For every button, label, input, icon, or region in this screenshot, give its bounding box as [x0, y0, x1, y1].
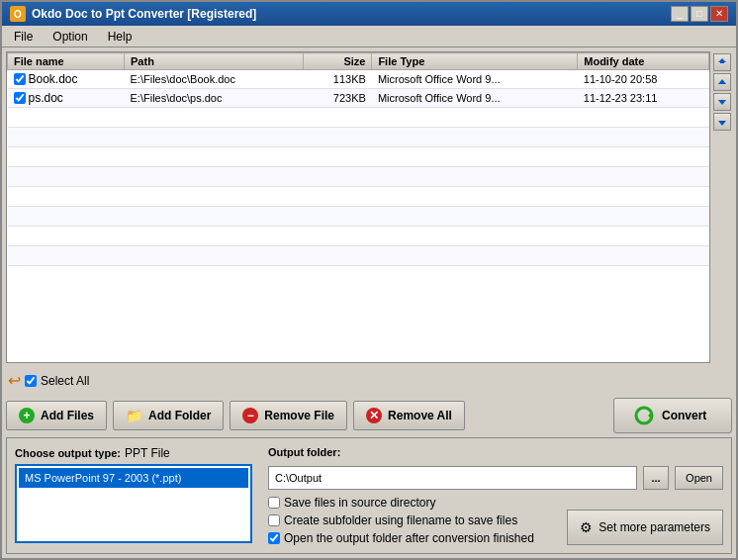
row1-checkbox[interactable] [14, 73, 26, 85]
add-files-button[interactable]: + Add Files [6, 401, 107, 430]
create-subfolder-checkbox[interactable] [268, 514, 280, 526]
app-icon: O [10, 6, 26, 22]
svg-rect-0 [720, 62, 724, 63]
option-open-after[interactable]: Open the output folder after conversion … [268, 531, 559, 545]
row2-name: ps.doc [8, 89, 125, 108]
gear-icon: ⚙ [580, 519, 593, 535]
maximize-button[interactable]: □ [691, 6, 708, 22]
row1-size: 113KB [304, 70, 372, 89]
add-files-icon: + [19, 408, 35, 423]
output-folder-row: ... Open [268, 466, 723, 490]
main-content: File name Path Size File Type Modify dat… [2, 47, 736, 558]
file-list-container: File name Path Size File Type Modify dat… [6, 51, 732, 363]
table-row-empty [8, 227, 709, 246]
row1-type: Microsoft Office Word 9... [372, 70, 578, 89]
output-folder-label-row: Output folder: [268, 446, 723, 458]
main-window: O Okdo Doc to Ppt Converter [Registered]… [0, 0, 738, 560]
options-checkboxes: Save files in source directory Create su… [268, 496, 559, 545]
table-row: Book.doc E:\Files\doc\Book.doc 113KB Mic… [8, 70, 709, 89]
title-bar-left: O Okdo Doc to Ppt Converter [Registered] [10, 6, 256, 22]
remove-all-icon: ✕ [366, 408, 382, 423]
browse-button[interactable]: ... [643, 466, 669, 490]
col-filename: File name [8, 53, 125, 70]
title-bar: O Okdo Doc to Ppt Converter [Registered]… [2, 2, 736, 26]
row1-name: Book.doc [8, 70, 125, 89]
output-type-label: Choose output type: [15, 447, 121, 459]
col-path: Path [125, 53, 304, 70]
save-source-checkbox[interactable] [268, 497, 280, 509]
table-row-empty [8, 187, 709, 207]
select-all-row: ↩ Select All [6, 367, 732, 394]
convert-icon [634, 406, 654, 425]
folder-icon: 📁 [126, 408, 142, 423]
move-down-button[interactable] [713, 93, 731, 111]
file-table-body: Book.doc E:\Files\doc\Book.doc 113KB Mic… [8, 70, 709, 266]
row2-date: 11-12-23 23:11 [578, 89, 709, 108]
bottom-panel: Choose output type: PPT File MS PowerPoi… [6, 437, 732, 554]
menu-help[interactable]: Help [100, 28, 140, 46]
file-table-wrapper: File name Path Size File Type Modify dat… [6, 51, 710, 363]
toolbar: + Add Files 📁 Add Folder − Remove File ✕… [6, 398, 732, 433]
table-row-empty [8, 167, 709, 187]
col-filetype: File Type [372, 53, 578, 70]
set-more-params-button[interactable]: ⚙ Set more parameters [567, 510, 723, 545]
option-create-subfolder[interactable]: Create subfolder using filename to save … [268, 513, 559, 527]
table-row-empty [8, 147, 709, 167]
file-table: File name Path Size File Type Modify dat… [7, 52, 709, 266]
remove-file-button[interactable]: − Remove File [230, 401, 347, 430]
side-buttons [712, 51, 732, 363]
menu-file[interactable]: File [6, 28, 41, 46]
table-row-empty [8, 128, 709, 147]
output-folder-section: Output folder: ... Open Save files in so… [268, 446, 723, 545]
row1-path: E:\Files\doc\Book.doc [125, 70, 304, 89]
row1-date: 11-10-20 20:58 [578, 70, 709, 89]
convert-button[interactable]: Convert [613, 398, 732, 433]
move-to-bottom-button[interactable] [713, 113, 731, 131]
output-type-section: Choose output type: PPT File MS PowerPoi… [15, 446, 252, 545]
table-row: ps.doc E:\Files\doc\ps.doc 723KB Microso… [8, 89, 709, 108]
col-size: Size [304, 53, 372, 70]
window-title: Okdo Doc to Ppt Converter [Registered] [32, 7, 256, 21]
row2-path: E:\Files\doc\ps.doc [125, 89, 304, 108]
format-list[interactable]: MS PowerPoint 97 - 2003 (*.ppt) [15, 464, 252, 543]
move-up-button[interactable] [713, 73, 731, 91]
svg-rect-1 [720, 121, 724, 122]
row2-checkbox[interactable] [14, 92, 26, 104]
remove-all-button[interactable]: ✕ Remove All [353, 401, 465, 430]
menu-bar: File Option Help [2, 26, 736, 47]
output-type-name: PPT File [125, 446, 170, 460]
col-date: Modify date [578, 53, 709, 70]
move-to-top-button[interactable] [713, 53, 731, 71]
title-controls: _ □ ✕ [671, 6, 728, 22]
table-row-empty [8, 108, 709, 128]
format-item-ppt[interactable]: MS PowerPoint 97 - 2003 (*.ppt) [19, 468, 248, 488]
select-all-checkbox[interactable] [25, 375, 37, 387]
back-icon: ↩ [8, 371, 21, 390]
row2-size: 723KB [304, 89, 372, 108]
menu-option[interactable]: Option [45, 28, 95, 46]
open-after-checkbox[interactable] [268, 532, 280, 544]
open-button[interactable]: Open [675, 466, 723, 490]
select-all-label: Select All [41, 374, 89, 388]
minimize-button[interactable]: _ [671, 6, 689, 22]
table-row-empty [8, 246, 709, 266]
add-folder-button[interactable]: 📁 Add Folder [113, 401, 224, 430]
output-folder-label: Output folder: [268, 446, 340, 458]
params-col: ⚙ Set more parameters [567, 510, 723, 545]
row2-type: Microsoft Office Word 9... [372, 89, 578, 108]
close-button[interactable]: ✕ [710, 6, 728, 22]
table-row-empty [8, 207, 709, 227]
output-folder-input[interactable] [268, 466, 637, 490]
remove-file-icon: − [242, 408, 258, 423]
option-save-source[interactable]: Save files in source directory [268, 496, 559, 510]
